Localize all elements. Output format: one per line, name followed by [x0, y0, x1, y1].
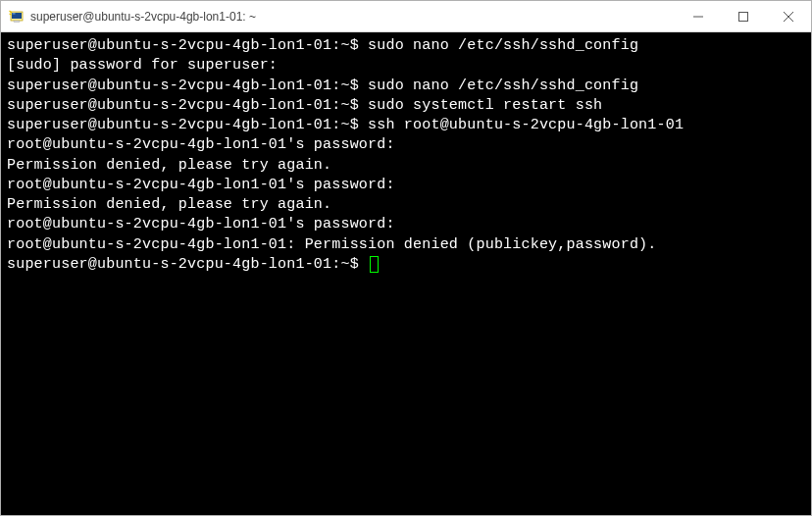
- terminal-line: root@ubuntu-s-2vcpu-4gb-lon1-01's passwo…: [7, 176, 805, 195]
- maximize-button[interactable]: [721, 1, 766, 32]
- close-button[interactable]: [766, 1, 811, 32]
- svg-line-4: [10, 11, 13, 13]
- terminal-line: root@ubuntu-s-2vcpu-4gb-lon1-01: Permiss…: [7, 235, 805, 255]
- titlebar[interactable]: superuser@ubuntu-s-2vcpu-4gb-lon1-01: ~: [1, 1, 811, 32]
- terminal-line: root@ubuntu-s-2vcpu-4gb-lon1-01's passwo…: [7, 215, 805, 234]
- putty-icon: [9, 9, 25, 25]
- svg-rect-3: [13, 13, 16, 14]
- minimize-button[interactable]: [676, 1, 721, 32]
- terminal-line: superuser@ubuntu-s-2vcpu-4gb-lon1-01:~$ …: [7, 77, 805, 96]
- terminal-prompt-line: superuser@ubuntu-s-2vcpu-4gb-lon1-01:~$: [7, 255, 805, 275]
- terminal-line: Permission denied, please try again.: [7, 156, 805, 176]
- window-controls: [676, 1, 811, 31]
- terminal-area[interactable]: superuser@ubuntu-s-2vcpu-4gb-lon1-01:~$ …: [1, 32, 811, 515]
- terminal-line: superuser@ubuntu-s-2vcpu-4gb-lon1-01:~$ …: [7, 96, 805, 116]
- svg-rect-7: [739, 13, 748, 22]
- terminal-cursor: [370, 256, 379, 273]
- putty-window: superuser@ubuntu-s-2vcpu-4gb-lon1-01: ~ …: [0, 0, 812, 516]
- terminal-line: superuser@ubuntu-s-2vcpu-4gb-lon1-01:~$ …: [7, 116, 805, 135]
- terminal-line: Permission denied, please try again.: [7, 195, 805, 215]
- terminal-prompt: superuser@ubuntu-s-2vcpu-4gb-lon1-01:~$: [7, 256, 368, 273]
- terminal-line: superuser@ubuntu-s-2vcpu-4gb-lon1-01:~$ …: [7, 36, 805, 56]
- terminal-line: [sudo] password for superuser:: [7, 56, 805, 76]
- svg-rect-2: [14, 21, 20, 23]
- terminal-line: root@ubuntu-s-2vcpu-4gb-lon1-01's passwo…: [7, 135, 805, 155]
- window-title: superuser@ubuntu-s-2vcpu-4gb-lon1-01: ~: [30, 10, 676, 24]
